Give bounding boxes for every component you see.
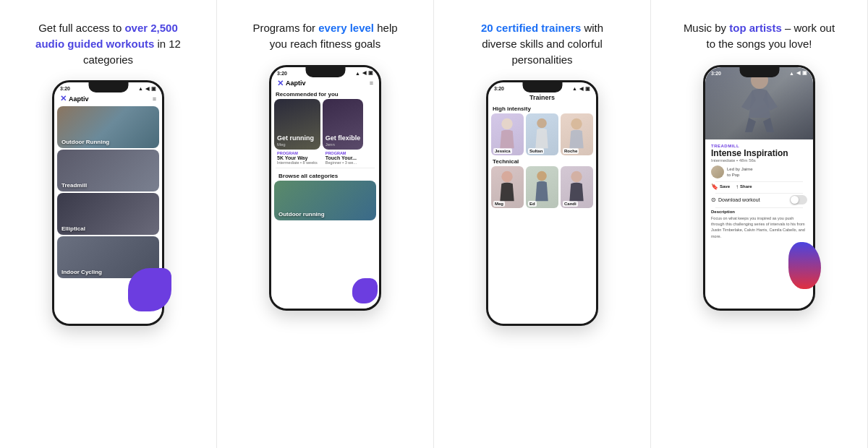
trainer-info-text: Led by Jaime to Pop [727,166,753,178]
workout-hero: 3:20 ▲ ◀ ▣ [705,67,813,139]
program-meta-2: Beginner • 3 we... [326,160,361,165]
panel-1-highlight: over 2,500 audio guided workouts [35,22,178,50]
program-name-2: Touch Your... [326,155,361,160]
share-icon: ↑ [736,184,739,190]
program-cards: Get running Meg PROGRAM 5K Your Way Inte… [271,99,379,166]
aaptiv-logo-2: ✕ Aaptiv [277,79,306,88]
panel-4-highlight: top artists [729,22,782,34]
wifi-icon-2: ◀ [362,70,366,76]
program-card-title-1: Get running [277,135,318,142]
phone-2-header: ✕ Aaptiv ≡ [271,77,379,90]
trainer-name-label: Led by Jaime [727,166,753,172]
trainer-figure-ed [526,166,558,208]
download-label-text: Download workout [718,197,760,202]
battery-icon-2: ▣ [368,70,373,76]
svg-point-1 [537,119,547,129]
workout-img-elliptical: Elliptical [57,193,159,235]
phone-2-wrapper: 3:20 ▲ ◀ ▣ ✕ Aaptiv ≡ Recommended for yo… [269,65,381,311]
share-label: Share [740,184,752,189]
description-label-text: Description [711,210,807,214]
filter-icon-1[interactable]: ≡ [153,95,156,103]
browse-outdoor-card[interactable]: Outdoor running [274,181,376,220]
phone-3-notch [522,82,562,92]
signal-icon-3: ▲ [572,86,577,91]
svg-point-3 [501,171,512,182]
program-card-flexible[interactable]: Get flexible Jenn PROGRAM Touch Your... … [323,99,364,166]
phone-3: 3:20 ▲ ◀ ▣ Trainers High intensity [486,80,598,326]
status-time-1: 3:20 [60,86,70,91]
blob-blue-2 [352,278,378,303]
program-name-1: 5K Your Way [277,155,318,160]
phone-1-header: ✕ Aaptiv ≡ [54,92,162,106]
workout-detail: TREADMILL Intense Inspiration Intermedia… [705,139,813,244]
trainer-section-technical: Technical [488,157,596,166]
phone-4-hero-section: 3:20 ▲ ◀ ▣ [705,67,813,139]
phone-2: 3:20 ▲ ◀ ▣ ✕ Aaptiv ≡ Recommended for yo… [269,65,381,311]
description-body: Focus on what keeps you inspired as you … [711,215,807,239]
wifi-icon-1: ◀ [145,86,149,92]
workout-trainer-row: Led by Jaime to Pop [711,165,807,178]
phone-3-screen: 3:20 ▲ ◀ ▣ Trainers High intensity [488,82,596,324]
panel-3-highlight: 20 certified trainers [481,22,581,34]
share-button[interactable]: ↑ Share [736,184,752,190]
workout-title-text: Intense Inspiration [711,148,807,158]
aaptiv-brand-2: Aaptiv [286,79,306,87]
program-trainer-1: Meg [277,142,318,147]
phone-1-wrapper: 3:20 ▲ ◀ ▣ ✕ Aaptiv ≡ [52,80,164,326]
save-button[interactable]: 🔖 Save [711,184,730,190]
workout-item-treadmill[interactable]: Treadmill [57,150,159,191]
toggle-knob [791,196,799,204]
trainer-figure-candi [561,166,593,208]
download-toggle[interactable] [790,195,807,204]
phone-4-notch [739,67,779,77]
phone-2-screen: 3:20 ▲ ◀ ▣ ✕ Aaptiv ≡ Recommended for yo… [271,67,379,309]
divider-4b [715,193,803,194]
phone-1-notch [88,82,128,92]
workout-img-outdoor: Outdoor Running [57,106,159,148]
status-icons-2: ▲ ◀ ▣ [355,70,373,76]
phone-4-wrapper: 3:20 ▲ ◀ ▣ [703,65,815,311]
trainer-figure-jessica [491,113,524,155]
program-meta-1: Intermediate • 8 weeks [277,160,318,165]
trainer-card-jessica[interactable]: Jessica [491,113,524,155]
trainer-grid-high: Jessica Sultan Roche [488,113,596,157]
workout-label-outdoor: Outdoor Running [61,139,109,145]
divider-4c [715,207,803,208]
aaptiv-x-icon-1: ✕ [60,94,67,103]
trainer-genre-label: to Pop [727,172,753,178]
program-info-1: PROGRAM 5K Your Way Intermediate • 8 wee… [274,150,320,166]
workout-list-1: Outdoor Running Treadmill Elliptical [54,106,162,278]
phone-3-header: Trainers [488,92,596,104]
svg-point-0 [501,119,512,129]
program-card-running[interactable]: Get running Meg PROGRAM 5K Your Way Inte… [274,99,320,166]
program-info-2: PROGRAM Touch Your... Beginner • 3 we... [323,150,364,166]
workout-item-outdoor[interactable]: Outdoor Running [57,106,159,148]
trainer-figure-roche [561,113,593,155]
signal-icon-1: ▲ [138,86,143,91]
trainer-card-roche[interactable]: Roche [561,113,593,155]
panel-3-caption: 20 certified trainers with diverse skill… [463,20,622,67]
trainer-card-ed[interactable]: Ed [526,166,558,208]
trainer-card-candi[interactable]: Candi [561,166,593,208]
workout-label-elliptical: Elliptical [61,225,85,232]
filter-icon-2[interactable]: ≡ [370,79,373,87]
trainer-section-high-intensity: High intensity [488,104,596,113]
blob-purple-1 [128,268,171,311]
download-row: ⊙ Download workout [711,195,807,204]
panel-2-caption: Programs for every level help you reach … [246,20,405,52]
aaptiv-logo-1: ✕ Aaptiv [60,94,89,103]
trainer-card-sultan[interactable]: Sultan [526,113,558,155]
workout-item-elliptical[interactable]: Elliptical [57,193,159,235]
panel-4-caption: Music by top artists – work out to the s… [680,20,839,52]
divider-2 [276,168,375,168]
hero-figure-svg [705,67,813,139]
status-icons-3: ▲ ◀ ▣ [572,86,590,92]
trainer-card-meg[interactable]: Meg [491,166,524,208]
aaptiv-x-icon-2: ✕ [277,79,284,88]
workout-subtitle-text: Intermediate • 48m 56s [711,158,807,163]
battery-icon-1: ▣ [151,86,156,92]
svg-point-2 [571,119,582,129]
phone-2-notch [305,67,345,77]
panel-3: 20 certified trainers with diverse skill… [434,0,651,448]
panel-1: Get full access to over 2,500 audio guid… [0,0,217,448]
